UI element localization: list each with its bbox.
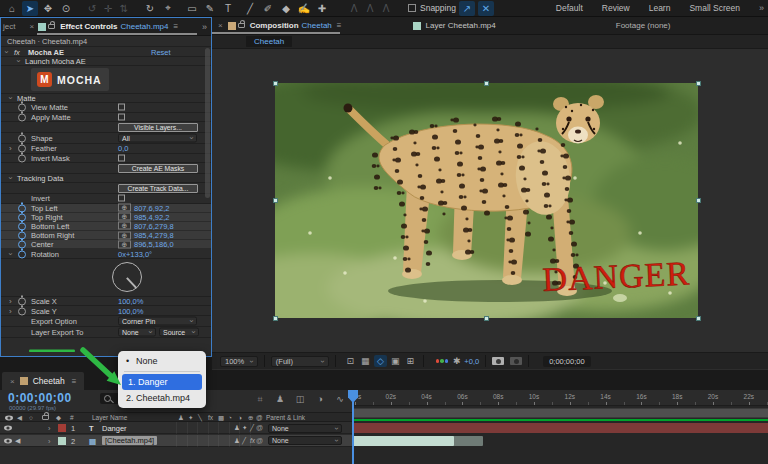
selection-handle[interactable]	[484, 316, 489, 321]
grid-guides-icon[interactable]: ⊡	[344, 355, 357, 367]
time-ruler[interactable]: :00s02s04s06s08s10s12s14s16s18s20s22s	[353, 390, 768, 406]
stopwatch-icon[interactable]	[18, 305, 26, 316]
layer-name-column-header[interactable]: Layer Name	[92, 414, 127, 421]
checkbox[interactable]	[118, 154, 125, 161]
property-value[interactable]: 100,0%	[118, 297, 143, 306]
workspace-default[interactable]: Default	[556, 3, 583, 13]
ec-button-visible-layers-[interactable]: Visible Layers...	[118, 123, 198, 132]
motion-blur-toggle-icon[interactable]: ◑	[312, 393, 328, 405]
tab-effect-controls[interactable]: Effect Controls	[60, 22, 117, 31]
exposure-gear-icon[interactable]: ✱	[450, 355, 463, 367]
twirl-icon[interactable]: ›	[6, 252, 15, 255]
snapping-checkbox[interactable]	[408, 4, 416, 12]
channel-icon[interactable]	[436, 359, 449, 363]
menu-item-2-cheetah-mp4[interactable]: 2. Cheetah.mp4	[118, 390, 206, 406]
pan-behind-tool[interactable]: ⌖	[160, 1, 176, 16]
parent-link-select[interactable]: None›	[268, 424, 342, 433]
puppet-overlap-pin-icon[interactable]: Λ	[378, 1, 394, 16]
layer-color-swatch[interactable]	[58, 424, 66, 432]
show-snapshot-icon[interactable]	[510, 357, 522, 365]
puppet-pin-tool[interactable]: ✚	[314, 1, 330, 16]
pickwhip-icon[interactable]: @	[256, 424, 263, 431]
property-value[interactable]: 100,0%	[118, 306, 143, 315]
layer-switch-icon[interactable]: ✦	[242, 424, 247, 432]
layer-name[interactable]: [Cheetah.mp4]	[102, 436, 157, 445]
property-control[interactable]: 100,0%	[118, 306, 143, 315]
selection-handle[interactable]	[696, 81, 701, 86]
scrollbar-thumb[interactable]	[205, 48, 210, 198]
property-control[interactable]: ⊕807,6,92,2	[118, 203, 169, 212]
snap-to-feature-icon[interactable]: ↗	[459, 1, 475, 16]
guides-icon[interactable]: ⊞	[404, 355, 417, 367]
property-value[interactable]: 985,4,279,8	[134, 231, 174, 240]
stopwatch-icon[interactable]	[18, 111, 26, 122]
layer-row--cheetah-mp4-[interactable]: ◀›2▤[Cheetah.mp4]♟╱fx@None›	[0, 435, 352, 447]
panel-menu-icon[interactable]: ≡	[72, 377, 77, 386]
twirl-icon[interactable]: ›	[9, 297, 12, 306]
audio-column-icon[interactable]: ◀	[17, 414, 22, 422]
rectangle-tool[interactable]: ▭	[184, 1, 200, 16]
breadcrumb[interactable]: Cheetah	[246, 36, 292, 47]
lock-icon[interactable]	[238, 23, 245, 28]
layer-switch-icon[interactable]: fx	[250, 437, 255, 444]
dropdown[interactable]: Corner Pin›	[118, 316, 197, 325]
property-control[interactable]: All›	[118, 134, 197, 143]
stopwatch-icon[interactable]	[18, 152, 26, 163]
selection-handle[interactable]	[273, 81, 278, 86]
target-icon[interactable]: ⊕	[118, 222, 131, 230]
snap-expand-icon[interactable]: ✕	[478, 1, 494, 16]
dropdown[interactable]: None›	[118, 327, 156, 336]
tab-composition[interactable]: Composition	[250, 21, 299, 30]
twirl-icon[interactable]: ›	[9, 144, 12, 153]
lock-icon[interactable]	[48, 24, 55, 29]
property-control[interactable]: 0,0	[118, 144, 128, 153]
ec-button-create-track-data-[interactable]: Create Track Data...	[118, 184, 198, 193]
target-icon[interactable]: ⊕	[118, 204, 131, 212]
work-area-bar[interactable]	[353, 408, 768, 418]
twirl-icon[interactable]: ›	[48, 424, 51, 433]
workspace-learn[interactable]: Learn	[649, 3, 671, 13]
twirl-icon[interactable]: ›	[9, 306, 12, 315]
brush-tool[interactable]: ╱	[242, 1, 258, 16]
frame-blend-toggle-icon[interactable]: ◫	[292, 393, 308, 405]
solo-column-icon[interactable]: ○	[29, 414, 33, 421]
switch-column-icon[interactable]: ✦	[188, 414, 193, 422]
type-tool[interactable]: T	[220, 1, 236, 16]
switch-column-icon[interactable]: fx	[208, 414, 213, 421]
rotation-tool[interactable]: ↻	[142, 1, 158, 16]
panel-menu-icon[interactable]: ≡	[337, 21, 342, 30]
property-control[interactable]: 0x+133,0°	[118, 249, 152, 258]
timeline-track-area[interactable]: :00s02s04s06s08s10s12s14s16s18s20s22s	[352, 390, 768, 464]
checkbox[interactable]	[118, 195, 125, 202]
switch-column-icon[interactable]: ◔	[228, 414, 232, 421]
rotation-dial[interactable]	[112, 262, 142, 292]
layer-duration-bar[interactable]	[353, 436, 454, 446]
snapshot-icon[interactable]	[492, 357, 504, 365]
current-timecode[interactable]: 0;00;00;00	[8, 391, 72, 405]
close-icon[interactable]: ×	[29, 22, 34, 31]
twirl-icon[interactable]: ›	[48, 437, 51, 446]
tab-footage[interactable]: Footage (none)	[616, 21, 671, 30]
ec-button-create-ae-masks[interactable]: Create AE Masks	[118, 164, 198, 173]
workspace-small-screen[interactable]: Small Screen	[689, 3, 740, 13]
tab-composition-doc[interactable]: Cheetah	[302, 21, 332, 30]
resolution-select[interactable]: (Full)›	[271, 356, 329, 367]
pan-camera-tool[interactable]: ✛	[100, 1, 116, 16]
selection-tool[interactable]: ➤	[22, 1, 38, 16]
layer-switch-icon[interactable]: ♟	[234, 424, 240, 432]
close-icon[interactable]: ×	[218, 21, 223, 30]
puppet-pin-variant-icon[interactable]: Λ	[346, 1, 362, 16]
label-column-icon[interactable]: ◆	[56, 414, 61, 422]
hand-tool[interactable]: ✥	[40, 1, 56, 16]
pickwhip-icon[interactable]: @	[256, 437, 263, 444]
property-control[interactable]: ⊕985,4,279,8	[118, 231, 174, 240]
property-control[interactable]	[118, 195, 125, 202]
property-control[interactable]: 100,0%	[118, 297, 143, 306]
checkbox[interactable]	[118, 104, 125, 111]
transparency-grid-icon[interactable]: ▦	[359, 355, 372, 367]
property-value[interactable]: 807,6,92,2	[134, 203, 169, 212]
graph-editor-icon[interactable]: ∿	[332, 393, 348, 405]
workspace-review[interactable]: Review	[602, 3, 630, 13]
property-control[interactable]	[118, 104, 125, 111]
selection-handle[interactable]	[273, 316, 278, 321]
